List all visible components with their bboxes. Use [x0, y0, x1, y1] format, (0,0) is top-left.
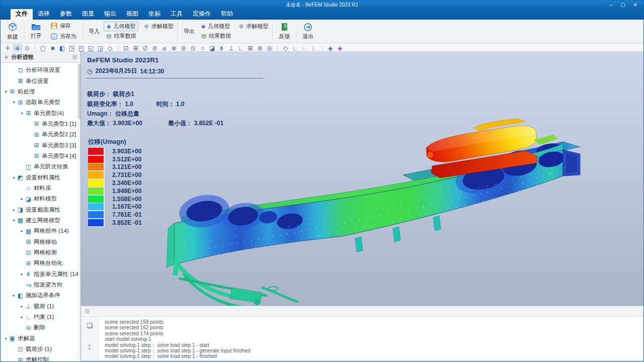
scrollbar-thumb[interactable]	[78, 64, 80, 119]
sidebar-item[interactable]: ▸▦网格部件 (14)	[1, 226, 80, 236]
sidebar-scrollbar[interactable]	[78, 63, 80, 361]
sidebar-item[interactable]: ⊞网格自动化	[1, 258, 80, 268]
sidebar-item[interactable]: ◫单元阶次转换	[1, 161, 80, 172]
expand-arrow-icon[interactable]: ▸	[19, 229, 25, 233]
export-result-button[interactable]: ▤ 结果数据	[199, 31, 233, 41]
sidebar-item[interactable]: ▸◧施加边界条件	[1, 290, 80, 301]
import-solver-button[interactable]: ⊚ 求解模型	[141, 22, 176, 31]
expand-arrow-icon[interactable]: ▸	[19, 272, 25, 277]
save-icon	[51, 23, 57, 29]
assign-beam-direction-icon: ↝	[25, 282, 32, 289]
log-panel-header[interactable]	[81, 306, 643, 317]
new-log-icon[interactable]: ❏	[87, 322, 93, 329]
import-geometry-button[interactable]: ◆ 几何模型	[104, 22, 138, 31]
expand-arrow-icon[interactable]: ▾	[3, 89, 9, 94]
menu-item-4[interactable]: 输出	[99, 8, 121, 20]
sidebar-item[interactable]: ⌂材料库	[1, 183, 80, 194]
sidebar-item-label: 设置截面属性	[26, 206, 60, 214]
sidebar-item[interactable]: ↝指派梁方向	[1, 280, 80, 290]
menu-item-5[interactable]: 视图	[121, 8, 143, 20]
sidebar-item[interactable]: ⊡载荷步 (1)	[1, 344, 80, 354]
close-button[interactable]: ✕	[633, 2, 637, 8]
ribbon-separator	[178, 22, 178, 40]
model-3d-view[interactable]: BeFEM Studio 2023R1 ◷ 2023年8月25日 14:12:3…	[81, 51, 643, 306]
expand-arrow-icon[interactable]: ▾	[3, 336, 9, 341]
sidebar-item[interactable]: ⊞单元类型3 [3]	[1, 140, 80, 150]
menu-item-7[interactable]: 工具	[166, 8, 188, 20]
pin-icon[interactable]: ✛	[4, 54, 8, 60]
menu-item-1[interactable]: 选择	[33, 8, 55, 20]
sidebar-header: ✛ 分析进程	[1, 51, 80, 63]
maximize-button[interactable]: ▢	[620, 2, 625, 8]
expand-arrow-icon[interactable]: ▾	[11, 100, 17, 105]
menu-item-0[interactable]: 文件	[11, 8, 33, 20]
expand-arrow-icon[interactable]: ▸	[11, 208, 17, 212]
load-rate-row: 载荷变化率： 1.0 时间： 1.0	[87, 100, 184, 109]
expand-arrow-icon[interactable]: ▸	[19, 315, 25, 319]
save-as-button[interactable]: 另存为	[48, 32, 79, 41]
sidebar-item[interactable]: ▸∟约束 (1)	[1, 312, 80, 322]
expand-arrow-icon[interactable]: ▸	[19, 197, 25, 201]
import-geometry-label: 几何模型	[113, 23, 135, 30]
sidebar-item[interactable]: ⊟网格检测	[1, 247, 80, 258]
sidebar-item[interactable]: ⊞求解控制	[1, 354, 80, 361]
sidebar-item[interactable]: ▾▦建立网格模型	[1, 215, 80, 226]
ribbon-separator	[24, 22, 25, 40]
import-result-button[interactable]: ▤ 结果数据	[104, 31, 138, 41]
sidebar-item[interactable]: ⊡分析环境设置	[1, 65, 80, 75]
exit-button[interactable]: 退出	[298, 21, 318, 42]
min-label: 最小值：	[168, 120, 192, 127]
save-as-icon	[51, 33, 57, 40]
sidebar-item[interactable]: ▾⊞单元类型(4)	[1, 108, 80, 118]
sidebar-item[interactable]: ⊞单元类型2 [2]	[1, 129, 80, 140]
legend-entry: 3.512E+00	[88, 155, 142, 163]
menu-bar: 文件选择参数图显输出视图坐标工具宏操作帮助	[1, 9, 643, 20]
export-button[interactable]: 导出	[180, 21, 199, 42]
sidebar-item[interactable]: ▸⋔指派单元属性 (14)	[1, 269, 80, 280]
log-line: scene serected 162 points	[105, 325, 643, 330]
splitter-grip-icon[interactable]	[86, 309, 90, 314]
export-geometry-button[interactable]: ◆ 几何模型	[199, 22, 233, 31]
sidebar-item-label: 单元类型3 [3]	[42, 142, 76, 149]
save-button[interactable]: 保存	[48, 22, 79, 30]
sidebar-item[interactable]: ⊞网格移动	[1, 237, 80, 247]
sidebar-item[interactable]: ▸⊥载荷 (1)	[1, 301, 80, 312]
sidebar-item[interactable]: ▾▣求解器	[1, 333, 80, 344]
open-button[interactable]: 打开	[26, 21, 46, 42]
sidebar-item[interactable]: ⊞单元类型4 [4]	[1, 151, 80, 161]
min-value: 3.852E -01	[194, 120, 223, 127]
feedback-button[interactable]: 反馈	[274, 21, 294, 42]
sidebar-item[interactable]: ▸◪材料模型	[1, 194, 80, 204]
text-cursor-icon[interactable]: ⌶	[88, 343, 92, 351]
menu-item-2[interactable]: 参数	[55, 8, 77, 20]
sidebar-item[interactable]: ▾⊞选取单元类型	[1, 97, 80, 108]
umagn-row: Umagn： 位移总量	[87, 110, 139, 118]
menu-item-9[interactable]: 帮助	[216, 8, 238, 20]
sidebar-item[interactable]: ⊠单位设置	[1, 75, 80, 86]
expand-arrow-icon[interactable]: ▾	[19, 111, 25, 116]
sidebar-item[interactable]: ⊖删除	[1, 322, 80, 333]
sidebar-item[interactable]: ▾◩设置材料属性	[1, 172, 80, 183]
minimize-button[interactable]: –	[610, 2, 613, 8]
expand-arrow-icon[interactable]: ▾	[11, 175, 17, 180]
sidebar-item[interactable]: ▸◨设置截面属性	[1, 204, 80, 215]
menu-item-3[interactable]: 图显	[77, 8, 99, 20]
import-button[interactable]: 导入	[85, 21, 104, 42]
menu-item-8[interactable]: 宏操作	[188, 8, 216, 20]
analysis-tree: ⊡分析环境设置⊠单位设置▾⚙前处理▾⊞选取单元类型▾⊞单元类型(4)⊞单元类型1…	[1, 63, 80, 361]
sidebar-item[interactable]: ▾⚙前处理	[1, 86, 80, 97]
menu-item-6[interactable]: 坐标	[143, 8, 166, 20]
legend-value: 2.340E+00	[112, 179, 141, 187]
material-model-icon: ◪	[25, 196, 32, 203]
expand-arrow-icon[interactable]: ▸	[19, 304, 25, 309]
expand-arrow-icon[interactable]: ▸	[11, 293, 17, 298]
expand-arrow-icon[interactable]: ▾	[11, 218, 17, 223]
legend-value: 2.731E+00	[112, 171, 141, 178]
export-solver-button[interactable]: ⊚ 求解模型	[236, 22, 271, 31]
load-rate-value: 1.0	[125, 101, 133, 108]
new-button[interactable]: 新建	[3, 21, 23, 42]
sidebar-item-label: 指派单元属性 (14)	[34, 270, 80, 278]
panel-layout-icon[interactable]	[73, 55, 77, 59]
sidebar-item[interactable]: ⊞单元类型1 [1]	[1, 119, 80, 129]
new-button-label: 新建	[7, 33, 18, 41]
